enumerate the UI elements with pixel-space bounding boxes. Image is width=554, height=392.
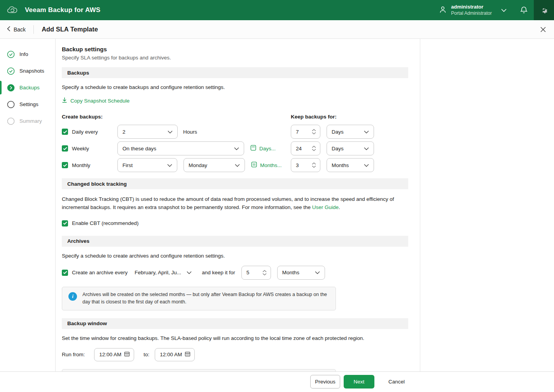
step-backups[interactable]: Backups bbox=[0, 79, 55, 96]
copy-snapshot-schedule-link[interactable]: Copy Snapshot Schedule bbox=[62, 97, 129, 105]
step-done-icon bbox=[7, 51, 15, 58]
keep-daily-unit-select[interactable]: Days bbox=[327, 125, 374, 139]
monthly-backup-row: Monthly First Monday Months... bbox=[62, 158, 291, 172]
weekly-days-link[interactable]: Days... bbox=[250, 145, 276, 152]
weekly-checkbox[interactable] bbox=[62, 145, 68, 152]
cancel-button[interactable]: Cancel bbox=[384, 375, 409, 389]
keep-daily-value-input[interactable]: 7 bbox=[291, 125, 320, 139]
chevron-down-icon bbox=[234, 146, 239, 152]
wizard-header: Back Add SLA Template bbox=[0, 20, 554, 39]
weekly-label: Weekly bbox=[72, 146, 89, 152]
download-icon bbox=[62, 97, 67, 105]
next-button[interactable]: Next bbox=[344, 375, 374, 389]
close-icon[interactable] bbox=[538, 25, 548, 34]
step-snapshots[interactable]: Snapshots bbox=[0, 63, 55, 79]
time-picker-icon[interactable] bbox=[124, 351, 130, 358]
archive-checkbox[interactable] bbox=[62, 270, 68, 276]
enable-cbt-row: Enable CBT (recommended) bbox=[62, 220, 408, 226]
weekly-mode-select[interactable]: On these days bbox=[117, 141, 244, 155]
weekly-backup-row: Weekly On these days Days... bbox=[62, 141, 291, 155]
step-todo-icon bbox=[7, 101, 15, 108]
spinner-arrows-icon[interactable] bbox=[312, 129, 316, 134]
calendar-day-icon bbox=[250, 145, 256, 152]
keep-monthly-unit-select[interactable]: Months bbox=[327, 158, 374, 172]
step-disabled-icon bbox=[7, 117, 15, 125]
step-summary: Summary bbox=[0, 113, 55, 129]
user-icon bbox=[439, 5, 447, 15]
chevron-down-icon bbox=[315, 270, 320, 275]
archive-keep-value-input[interactable]: 5 bbox=[241, 266, 271, 280]
chevron-down-icon bbox=[501, 7, 507, 13]
step-active-icon bbox=[7, 84, 15, 92]
content-title: Backup settings bbox=[62, 46, 408, 52]
calendar-grid-icon bbox=[251, 162, 257, 169]
app-title: Veeam Backup for AWS bbox=[25, 6, 100, 14]
user-guide-link[interactable]: User Guide bbox=[312, 204, 339, 210]
settings-gear-button[interactable] bbox=[534, 0, 554, 20]
content-subtitle: Specify SLA settings for backups and arc… bbox=[62, 55, 408, 61]
daily-hours-select[interactable]: 2 bbox=[117, 125, 178, 139]
keep-it-for-label: and keep it for bbox=[202, 270, 235, 275]
create-backups-label: Create backups: bbox=[62, 114, 291, 120]
monthly-months-link[interactable]: Months... bbox=[251, 162, 282, 169]
step-done-icon bbox=[7, 67, 15, 75]
section-header-cbt: Changed block tracking bbox=[62, 178, 408, 189]
keep-weekly-value-input[interactable]: 24 bbox=[291, 141, 320, 155]
keep-daily-row: 7 Days bbox=[291, 125, 407, 139]
run-from-time-input[interactable]: 12:00 AM bbox=[94, 348, 134, 361]
to-label: to: bbox=[143, 352, 149, 357]
main-content: Backup settings Specify SLA settings for… bbox=[56, 39, 420, 371]
backup-window-time-row: Run from: 12:00 AM to: 12:00 AM bbox=[62, 348, 408, 361]
archive-months-select[interactable]: February, April, Ju... bbox=[135, 270, 192, 275]
chevron-down-icon bbox=[168, 129, 173, 135]
section-header-archives: Archives bbox=[62, 236, 408, 247]
archive-label: Create an archive every bbox=[72, 270, 128, 275]
enable-cbt-checkbox[interactable] bbox=[62, 220, 68, 226]
monthly-checkbox[interactable] bbox=[62, 162, 68, 168]
chevron-down-icon bbox=[167, 162, 172, 168]
chevron-down-icon bbox=[235, 162, 240, 168]
info-icon: i bbox=[68, 292, 77, 301]
backup-window-info-box: i The configured window is 24 hours and … bbox=[62, 369, 336, 371]
time-picker-icon[interactable] bbox=[185, 351, 190, 358]
monthly-label: Monthly bbox=[72, 162, 90, 168]
archives-description: Specify a schedule to create archives an… bbox=[62, 253, 408, 259]
section-header-backup-window: Backup window bbox=[62, 318, 408, 329]
step-settings[interactable]: Settings bbox=[0, 96, 55, 113]
keep-monthly-row: 3 Months bbox=[291, 158, 407, 172]
chevron-down-icon bbox=[364, 146, 369, 152]
step-info[interactable]: Info bbox=[0, 46, 55, 63]
app-header: Veeam Backup for AWS administrator Porta… bbox=[0, 0, 554, 20]
back-button[interactable]: Back bbox=[0, 20, 33, 38]
spinner-arrows-icon[interactable] bbox=[262, 270, 267, 275]
divider bbox=[33, 25, 34, 34]
archives-info-box: i Archives will be created on the select… bbox=[62, 287, 336, 310]
notifications-bell-icon[interactable] bbox=[514, 6, 534, 14]
wizard-steps-sidebar: Info Snapshots Backups Settings bbox=[0, 39, 56, 371]
backups-description: Specify a schedule to create backups and… bbox=[62, 84, 408, 90]
archive-keep-unit-select[interactable]: Months bbox=[277, 266, 325, 280]
spinner-arrows-icon[interactable] bbox=[312, 162, 316, 168]
monthly-weekday-select[interactable]: Monday bbox=[184, 158, 245, 172]
spinner-arrows-icon[interactable] bbox=[312, 146, 316, 151]
keep-weekly-unit-select[interactable]: Days bbox=[327, 141, 374, 155]
enable-cbt-label: Enable CBT (recommended) bbox=[72, 220, 139, 226]
chevron-down-icon bbox=[364, 162, 369, 168]
daily-backup-row: Daily every 2 Hours bbox=[62, 125, 291, 139]
daily-unit-label: Hours bbox=[183, 129, 197, 135]
keep-monthly-value-input[interactable]: 3 bbox=[291, 158, 320, 172]
veeam-cloud-logo-icon bbox=[0, 5, 25, 15]
run-from-label: Run from: bbox=[62, 352, 85, 357]
keep-weekly-row: 24 Days bbox=[291, 141, 407, 155]
user-name: administrator bbox=[451, 4, 492, 10]
chevron-left-icon bbox=[7, 26, 10, 33]
keep-backups-label: Keep backups for: bbox=[291, 114, 407, 120]
daily-checkbox[interactable] bbox=[62, 129, 68, 135]
user-menu[interactable]: administrator Portal Administrator bbox=[439, 4, 507, 16]
backup-window-description: Set the time window for creating backups… bbox=[62, 335, 408, 341]
run-to-time-input[interactable]: 12:00 AM bbox=[155, 348, 195, 361]
daily-label: Daily every bbox=[72, 129, 98, 135]
previous-button[interactable]: Previous bbox=[310, 375, 340, 389]
monthly-ordinal-select[interactable]: First bbox=[117, 158, 177, 172]
chevron-down-icon bbox=[364, 129, 369, 135]
